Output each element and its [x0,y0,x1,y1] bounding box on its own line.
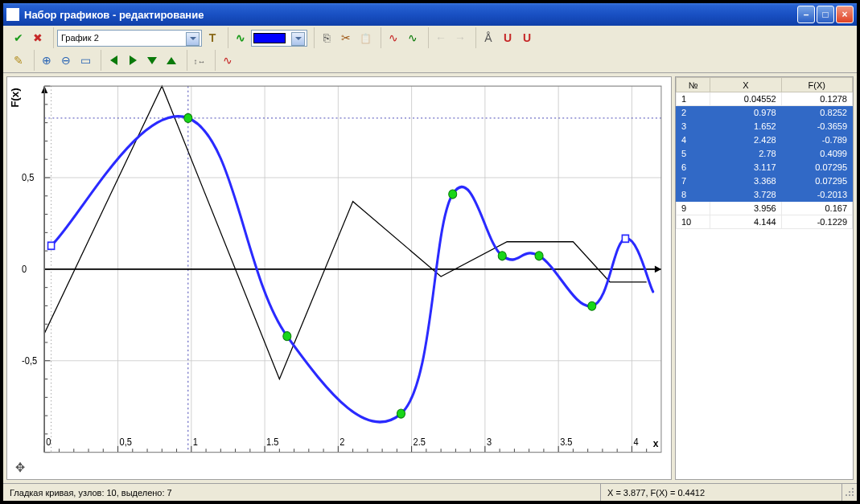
zoom-out-button[interactable] [57,51,75,69]
pan-up-button[interactable] [163,51,180,69]
pan-down-button[interactable] [143,51,161,69]
zoom-in-button[interactable] [38,51,56,69]
cell-x[interactable]: 0.04552 [710,92,781,106]
col-n[interactable]: № [677,78,710,92]
cell-n[interactable]: 9 [677,202,710,215]
app-icon [6,8,19,21]
cell-x[interactable]: 3.117 [710,161,781,174]
compass-button[interactable] [479,29,497,47]
cell-fx[interactable]: -0.1229 [781,215,852,229]
table-row[interactable]: 31.652-0.3659 [677,120,853,133]
svg-text:x: x [653,436,659,449]
accept-button[interactable] [10,29,27,47]
resize-grip[interactable] [842,486,857,499]
color-selector[interactable] [251,30,307,47]
wave-icon [234,31,247,44]
curve-b-button[interactable] [404,29,422,47]
cell-n[interactable]: 5 [677,147,710,161]
cell-x[interactable]: 0.978 [710,106,781,120]
paste-icon [359,31,372,44]
copy-button[interactable] [318,29,335,47]
svg-rect-111 [849,494,850,496]
pan-right-button[interactable] [124,51,142,69]
table-row[interactable]: 42.428-0.789 [677,133,853,147]
graph-selector[interactable]: График 2 [57,30,202,47]
table-row[interactable]: 52.780.4099 [677,147,853,161]
spline-button[interactable] [219,51,237,69]
properties-button[interactable] [204,29,221,47]
table-row[interactable]: 104.144-0.1229 [677,215,853,229]
cell-n[interactable]: 7 [677,174,710,188]
cell-n[interactable]: 1 [677,92,710,106]
table-row[interactable]: 63.1170.07295 [677,161,853,174]
cell-fx[interactable]: 0.167 [781,202,852,215]
col-x[interactable]: X [710,78,781,92]
cell-x[interactable]: 3.368 [710,174,781,188]
cell-fx[interactable]: -0.3659 [781,120,852,133]
table-row[interactable]: 73.3680.07295 [677,174,853,188]
cell-n[interactable]: 4 [677,133,710,147]
triangle-up-icon [167,57,176,64]
cell-n[interactable]: 10 [677,215,710,229]
chart-canvas[interactable]: 00,511.522.533.54-0,500,5xF(x)✥ [6,76,672,480]
cut-button[interactable] [337,29,355,47]
cell-fx[interactable]: 0.1278 [781,92,852,106]
cell-n[interactable]: 3 [677,120,710,133]
zoom-fit-button[interactable] [76,51,94,69]
reset-axes-button[interactable] [191,51,208,69]
cell-fx[interactable]: -0.2013 [781,188,852,202]
cell-fx[interactable]: -0.789 [781,133,852,147]
table-row[interactable]: 93.9560.167 [677,202,853,215]
svg-text:0: 0 [46,436,51,447]
table-row[interactable]: 10.045520.1278 [677,92,853,106]
svg-text:3.5: 3.5 [560,436,572,447]
svg-rect-109 [852,491,854,493]
spline-icon [221,54,234,67]
status-left: Гладкая кривая, узлов: 10, выделено: 7 [3,484,601,501]
magnet-snap-button[interactable] [518,29,536,47]
statusbar: Гладкая кривая, узлов: 10, выделено: 7 X… [3,483,857,501]
cell-n[interactable]: 6 [677,161,710,174]
magnet-add-button[interactable] [499,29,516,47]
cell-fx[interactable]: 0.07295 [781,161,852,174]
cell-x[interactable]: 2.428 [710,133,781,147]
cell-n[interactable]: 2 [677,106,710,120]
triangle-left-icon [110,55,117,65]
col-fx[interactable]: F(X) [781,78,852,92]
edit-button[interactable] [10,51,27,69]
minimize-button[interactable]: – [797,6,815,23]
pan-left-button[interactable] [105,51,122,69]
graph-selector-value: График 2 [61,33,99,43]
wave-tool-button[interactable] [232,29,249,47]
maximize-button[interactable]: □ [817,6,834,23]
titlebar[interactable]: Набор графиков - редактирование – □ × [3,3,857,26]
cell-fx[interactable]: 0.07295 [781,174,852,188]
cell-n[interactable]: 8 [677,188,710,202]
curve-a-button[interactable] [385,29,402,47]
table-row[interactable]: 83.728-0.2013 [677,188,853,202]
cell-x[interactable]: 3.728 [710,188,781,202]
cell-x[interactable]: 1.652 [710,120,781,133]
cell-fx[interactable]: 0.8252 [781,106,852,120]
cell-fx[interactable]: 0.4099 [781,147,852,161]
cell-x[interactable]: 4.144 [710,215,781,229]
arrow-left-icon [434,31,447,44]
svg-text:✥: ✥ [15,461,25,474]
svg-point-102 [498,252,506,260]
magnet-icon [521,31,533,44]
svg-text:4: 4 [633,436,639,447]
curve-b-icon [406,31,419,44]
svg-text:0,5: 0,5 [22,172,34,183]
close-button[interactable]: × [836,6,854,23]
svg-point-99 [283,332,291,341]
pencil-icon [12,54,25,67]
cell-x[interactable]: 2.78 [710,147,781,161]
table-row[interactable]: 20.9780.8252 [677,106,853,120]
reject-button[interactable] [29,29,47,47]
svg-rect-112 [852,494,854,496]
data-table[interactable]: № X F(X) 10.045520.127820.9780.825231.65… [676,77,853,229]
copy-icon [320,31,333,44]
curve-a-icon [387,31,400,44]
cell-x[interactable]: 3.956 [710,202,781,215]
zoom-fit-icon [79,54,92,67]
